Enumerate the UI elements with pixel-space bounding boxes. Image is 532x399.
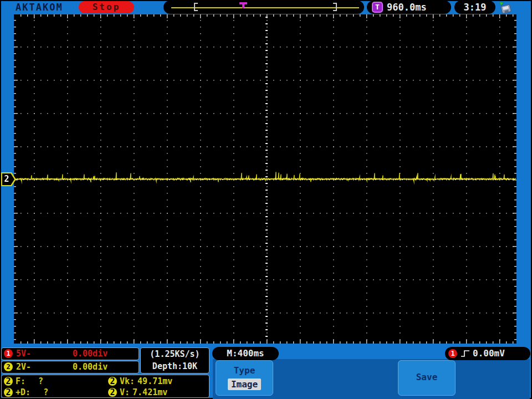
acquisition-status-badge: Stop xyxy=(79,1,134,13)
window-right-bracket-icon xyxy=(333,3,337,11)
trigger-time-readout: T 960.0ms xyxy=(367,1,451,14)
waveform-display xyxy=(14,14,516,344)
channel-1-badge: 1 xyxy=(4,349,13,358)
channel-2-scale: 2V- xyxy=(16,361,31,373)
channel-2-badge: 2 xyxy=(4,362,13,371)
trigger-time-value: 960.0ms xyxy=(387,1,427,14)
type-button-value: Image xyxy=(228,378,261,390)
window-left-bracket-icon xyxy=(194,3,198,11)
channel-1-scale: 5V- xyxy=(16,348,31,360)
graticule-and-trace-canvas xyxy=(14,14,516,344)
measurement-panel: 2 F: ? 2 Vk:49.71mv 2 +D: ? 2 V:7.421mv xyxy=(1,375,209,398)
channel-2-info: 2 2V- 0.00div xyxy=(1,361,139,374)
trigger-t-icon: T xyxy=(372,2,383,13)
save-button-label: Save xyxy=(416,372,438,382)
measurement-duty: 2 +D: ? xyxy=(4,387,106,398)
trigger-level-readout: 1 0.00mV xyxy=(445,347,530,360)
memory-depth: Depth:10K xyxy=(141,360,209,372)
channel-2-offset: 0.00div xyxy=(73,361,108,373)
channel-2-badge: 2 xyxy=(108,388,117,397)
record-view-bar xyxy=(163,1,364,14)
trigger-position-marker-icon xyxy=(239,2,247,8)
rising-edge-icon xyxy=(461,349,470,359)
type-button-label: Type xyxy=(216,365,273,376)
channel-2-badge: 2 xyxy=(4,377,13,386)
channel-1-info: 1 5V- 0.00div xyxy=(1,347,139,360)
clock-readout: 3:19 xyxy=(454,1,495,14)
trigger-level-value: 0.00mV xyxy=(473,347,505,360)
softkey-menu: Type Image Save xyxy=(213,359,530,399)
measurement-vk: 2 Vk:49.71mv xyxy=(108,376,172,387)
usb-disk-icon xyxy=(498,1,513,14)
measurement-frequency: 2 F: ? xyxy=(4,376,106,387)
record-length-line xyxy=(171,7,359,8)
brand-logo: AKTAKOM xyxy=(16,2,63,13)
measurement-v: 2 V:7.421mv xyxy=(108,387,167,398)
channel-2-badge: 2 xyxy=(4,388,13,397)
channel-2-position-marker: 2 xyxy=(1,172,16,186)
sample-rate: (1.25KS/s) xyxy=(141,348,209,360)
oscilloscope-ui: AKTAKOM Stop T 960.0ms 3:19 2 1 5V- 0.00… xyxy=(0,0,532,399)
type-button[interactable]: Type Image xyxy=(216,360,273,396)
channel-2-badge: 2 xyxy=(108,377,117,386)
channel-1-badge: 1 xyxy=(448,349,457,358)
save-button[interactable]: Save xyxy=(398,360,456,396)
acquisition-info: (1.25KS/s) Depth:10K xyxy=(140,347,209,374)
channel-1-offset: 0.00div xyxy=(73,348,108,360)
timebase-readout: M:400ms xyxy=(212,347,279,360)
